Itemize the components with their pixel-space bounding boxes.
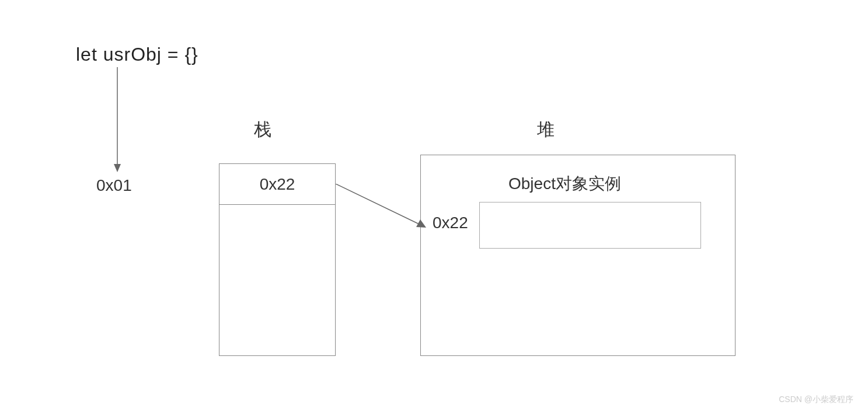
- heap-instance-label: Object对象实例: [508, 173, 621, 195]
- stack-cell-value: 0x22: [219, 164, 335, 205]
- heap-inner-box: [479, 202, 701, 249]
- code-declaration: let usrObj = {}: [76, 44, 198, 65]
- heap-box: Object对象实例 0x22: [420, 155, 735, 356]
- stack-title: 栈: [254, 118, 271, 142]
- stack-box: 0x22: [219, 163, 336, 356]
- heap-instance-address: 0x22: [433, 214, 468, 232]
- watermark: CSDN @小柴爱程序: [779, 394, 853, 405]
- svg-marker-1: [114, 164, 121, 172]
- variable-address: 0x01: [96, 176, 132, 195]
- svg-line-2: [336, 184, 420, 225]
- heap-title: 堆: [537, 118, 555, 142]
- arrow-diagonal-icon: [336, 184, 429, 236]
- arrow-down-icon: [117, 67, 118, 166]
